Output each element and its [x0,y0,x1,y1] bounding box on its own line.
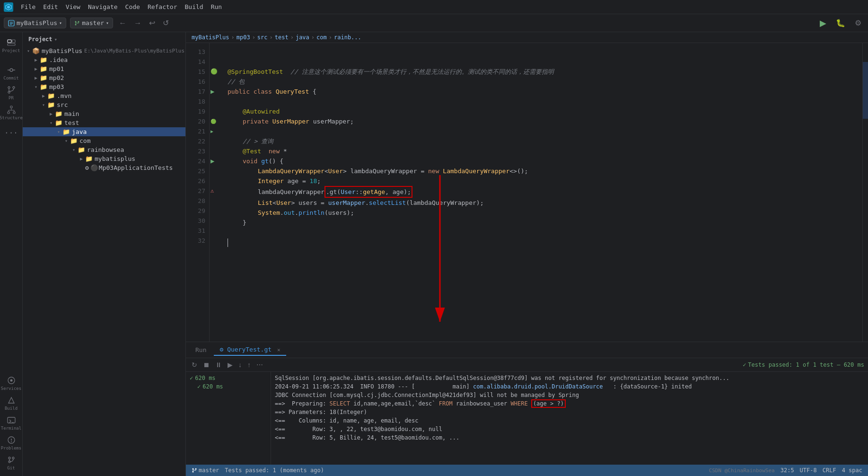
menu-file[interactable]: File [17,2,39,11]
output-line-6: <== Columns: id, name, age, email, desc [275,416,864,425]
code-content[interactable]: @SpringBootTest // 注意这个测试必须要有一个场景类才行，不然是… [220,43,862,342]
bottom-toolbar: ↻ ⏹ ⏸ ▶ ↓ ↑ ⋯ ✓ Tests passed: 1 of 1 tes… [186,358,868,372]
undo-button[interactable]: ↩ [147,18,157,28]
bc-rainb[interactable]: rainb... [334,34,361,41]
project-selector[interactable]: myBatisPlus ▾ [4,18,66,28]
git-branch-status[interactable]: master [192,467,219,474]
menu-code[interactable]: Code [122,2,144,11]
tree-main[interactable]: ▶ 📁 main [23,109,185,118]
tree-mvn[interactable]: ▶ 📁 .mvn [23,91,185,100]
sidebar-commit-icon[interactable]: Commit [2,63,21,82]
bc-src[interactable]: src [257,34,268,41]
resume-button[interactable]: ▶ [226,360,235,370]
bc-java[interactable]: java [296,34,309,41]
cursor-position[interactable]: 32:5 [780,467,794,474]
menu-build[interactable]: Build [181,2,207,11]
tab-bar: myBatisPlus ▾ master ▾ ← → ↩ ↺ ▶ 🐛 ⚙ [0,14,868,32]
code-editor[interactable]: 13 14 15 16 17 18 19 20 21 22 23 24 25 2… [186,43,868,342]
nav-back-button[interactable]: ← [117,18,128,28]
output-line-2: 2024-09-21 11:06:25.324 INFO 18780 --- [… [275,382,864,391]
bottom-tab-querytest[interactable]: ⚙ QueryTest.gt ✕ [214,344,286,356]
debug-button[interactable]: 🐛 [833,18,848,28]
settings-button[interactable]: ⚙ [852,18,864,28]
step-down-button[interactable]: ↓ [237,360,244,370]
tree-com[interactable]: ▾ 📁 com [23,136,185,145]
indent-status[interactable]: 4 spac [842,467,862,474]
sidebar-services-icon[interactable]: Services [2,374,21,393]
breadcrumb: myBatisPlus › mp03 › src › test › java ›… [186,32,868,43]
code-line-29: System.out.println(users); [228,208,862,218]
bottom-tab-run[interactable]: Run [190,344,212,355]
bc-com[interactable]: com [316,34,327,41]
sidebar-pr-icon[interactable]: PR [2,83,21,102]
sidebar-problems-icon[interactable]: Problems [2,433,21,452]
svg-rect-10 [8,44,15,45]
encoding-status[interactable]: UTF-8 [800,467,817,474]
sidebar-more-icon[interactable]: ··· [2,123,21,142]
code-line-13 [228,47,862,57]
redo-button[interactable]: ↺ [161,18,171,28]
menu-navigate[interactable]: Navigate [84,2,122,11]
output-line-4: ==> Preparing: SELECT id,name,age,email,… [275,399,864,408]
code-line-25: LambdaQueryWrapper<User> lambdaQueryWrap… [228,166,862,176]
svg-rect-27 [8,417,15,423]
file-panel: Project ▾ ▾ 📦 myBatisPlus E:\Java\MyBati… [23,32,186,476]
menu-edit[interactable]: Edit [39,2,61,11]
project-label: Project [28,36,53,43]
sidebar-terminal-icon[interactable]: Terminal [2,414,21,432]
svg-rect-20 [13,112,15,114]
output-line-7: <== Row: 3, , 22, test3@baomidou.com, nu… [275,425,864,433]
bottom-output[interactable]: SqlSession [org.apache.ibatis.session.de… [271,372,868,465]
tree-test[interactable]: ▾ 📁 test [23,118,185,127]
more-tools-button[interactable]: ⋯ [254,360,265,370]
line-endings-status[interactable]: CRLF [823,467,836,474]
tree-root[interactable]: ▾ 📦 myBatisPlus E:\Java\MyBatis-Plus\myB… [23,46,185,55]
tree-java[interactable]: ▾ 📁 java [23,127,185,136]
tree-mp03tests[interactable]: ⚙ ⚫ Mp03ApplicationTests [23,163,185,172]
svg-rect-19 [8,112,9,114]
tree-mp01[interactable]: ▶ 📁 mp01 [23,64,185,73]
tree-mp02[interactable]: ▶ 📁 mp02 [23,73,185,82]
menu-view[interactable]: View [62,2,84,11]
stop-button[interactable]: ⏹ [201,360,211,370]
sidebar-git-icon[interactable]: Git [2,453,21,472]
code-line-22: // > 查询 [228,136,862,146]
nav-forward-button[interactable]: → [132,18,143,28]
svg-point-33 [12,457,14,459]
line-numbers: 13 14 15 16 17 18 19 20 21 22 23 24 25 2… [186,43,210,342]
step-up-button[interactable]: ↑ [245,360,253,370]
run-button[interactable]: ▶ [817,17,829,29]
tree-mp03[interactable]: ▾ 📁 mp03 [23,82,185,91]
bc-test[interactable]: test [275,34,289,41]
mini-map [862,43,868,342]
sidebar-structure-icon[interactable]: Structure [2,103,21,122]
pause-button[interactable]: ⏸ [213,360,224,370]
tree-rainbowsea[interactable]: ▾ 📁 rainbowsea [23,145,185,154]
bc-myBatisPlus[interactable]: myBatisPlus [192,34,229,41]
menu-refactor[interactable]: Refactor [144,2,181,11]
test-passed-icon: ✓ [743,361,746,368]
rerun-button[interactable]: ↻ [190,360,199,370]
file-panel-header[interactable]: Project ▾ [23,32,185,46]
svg-point-36 [195,468,197,470]
sidebar-project-icon[interactable]: Project [2,36,21,55]
branch-selector[interactable]: master ▾ [70,18,113,28]
code-line-20: private UserMapper userMapper; [228,116,862,126]
sidebar-build-icon[interactable]: Build [2,394,21,413]
svg-point-31 [11,441,12,442]
svg-point-32 [9,457,10,459]
svg-point-12 [10,69,13,71]
code-line-27: lambdaQueryWrapper.gt(User::getAge, age)… [228,186,862,198]
svg-point-26 [10,379,12,382]
tree-idea[interactable]: ▶ 📁 .idea [23,55,185,64]
svg-point-7 [78,21,79,22]
app-logo [4,2,13,12]
tests-passed-status: Tests passed: 1 (moments ago) [225,467,324,474]
bc-mp03[interactable]: mp03 [237,34,250,41]
tree-src[interactable]: ▾ 📁 src [23,100,185,109]
svg-rect-18 [10,106,12,108]
code-line-17: public class QueryTest { [228,87,862,97]
menu-run[interactable]: Run [207,2,226,11]
bottom-tabs: Run ⚙ QueryTest.gt ✕ [186,342,868,358]
tree-mybatisplus[interactable]: ▶ 📁 mybatisplus [23,154,185,163]
